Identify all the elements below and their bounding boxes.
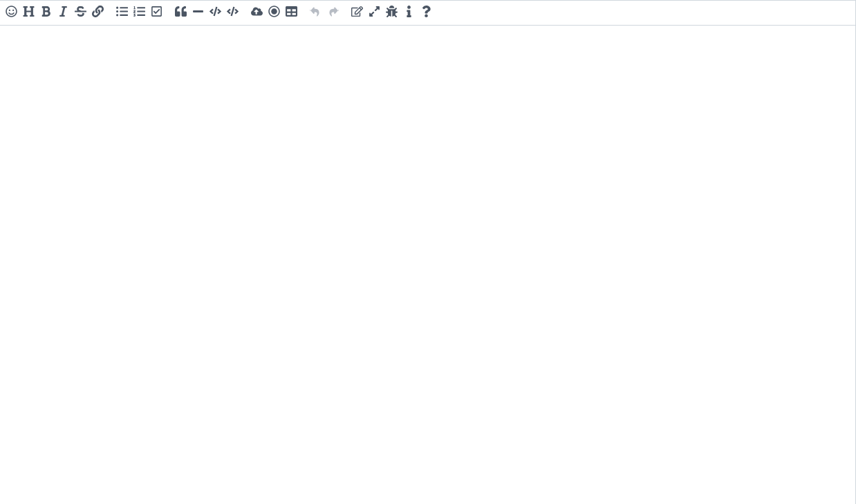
upload-button[interactable] (248, 4, 266, 21)
editor-textarea[interactable] (0, 26, 855, 504)
link-button[interactable] (89, 4, 106, 21)
info-button[interactable] (400, 4, 418, 21)
cloud-upload-icon (251, 6, 263, 20)
edit-icon (351, 6, 363, 20)
fullscreen-button[interactable] (366, 4, 383, 21)
horizontal-rule-button[interactable] (189, 4, 207, 21)
code-inline-button[interactable] (207, 4, 224, 21)
editor-wrapper (0, 0, 856, 504)
help-button[interactable] (418, 4, 435, 21)
record-icon (268, 6, 280, 20)
help-icon (420, 6, 432, 20)
code-block-button[interactable] (224, 4, 241, 21)
bullet-list-icon (116, 6, 128, 20)
code-block-icon (227, 6, 239, 20)
code-inline-icon (210, 6, 221, 20)
heading-button[interactable] (20, 4, 37, 21)
edit-button[interactable] (348, 4, 366, 21)
italic-icon (57, 6, 69, 20)
quote-button[interactable] (172, 4, 189, 21)
bold-icon (40, 6, 52, 20)
undo-icon (310, 6, 322, 20)
horizontal-rule-icon (192, 6, 204, 20)
italic-button[interactable] (55, 4, 72, 21)
table-icon (286, 6, 297, 20)
bullet-list-button[interactable] (113, 4, 131, 21)
strikethrough-icon (75, 6, 86, 20)
link-icon (92, 6, 104, 20)
ordered-list-icon (133, 6, 145, 20)
record-button[interactable] (266, 4, 283, 21)
task-list-button[interactable] (148, 4, 165, 21)
redo-icon (327, 6, 339, 20)
bold-button[interactable] (37, 4, 55, 21)
editor-toolbar (0, 1, 855, 26)
ordered-list-button[interactable] (131, 4, 148, 21)
bug-icon (386, 6, 398, 20)
heading-icon (23, 6, 35, 20)
emoji-button[interactable] (3, 4, 20, 21)
redo-button[interactable] (324, 4, 342, 21)
bug-button[interactable] (383, 4, 400, 21)
emoji-icon (6, 6, 17, 20)
quote-icon (175, 6, 187, 20)
undo-button[interactable] (307, 4, 324, 21)
table-button[interactable] (283, 4, 300, 21)
task-list-icon (151, 6, 162, 20)
info-icon (403, 6, 415, 20)
strikethrough-button[interactable] (72, 4, 89, 21)
fullscreen-icon (369, 6, 380, 20)
